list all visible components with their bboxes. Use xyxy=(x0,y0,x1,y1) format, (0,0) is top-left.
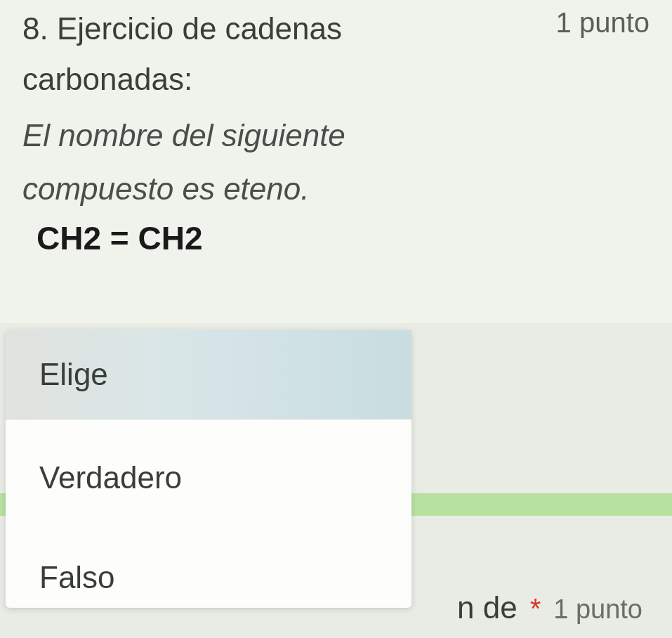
question-statement-line2: compuesto es eteno. xyxy=(22,166,650,212)
question-statement-line1: El nombre del siguiente xyxy=(22,112,650,159)
required-indicator-icon: * xyxy=(530,593,541,625)
question-card: 8. Ejercicio de cadenas 1 punto carbonad… xyxy=(0,0,672,323)
next-question-points: 1 punto xyxy=(553,594,643,625)
question-subtitle: carbonadas: xyxy=(22,56,650,103)
dropdown-option-false[interactable]: Falso xyxy=(6,525,411,608)
dropdown-option-true[interactable]: Verdadero xyxy=(6,419,411,525)
chemical-formula: CH2 = CH2 xyxy=(37,219,650,257)
question-title: 8. Ejercicio de cadenas xyxy=(22,7,528,51)
dropdown-placeholder-option[interactable]: Elige xyxy=(6,330,411,419)
points-label: 1 punto xyxy=(556,7,650,39)
question-header: 8. Ejercicio de cadenas 1 punto xyxy=(22,7,650,51)
next-question-text-fragment: n de xyxy=(457,590,518,625)
answer-dropdown[interactable]: Elige Verdadero Falso xyxy=(6,330,411,608)
next-question-header-partial: n de * 1 punto xyxy=(457,590,643,625)
